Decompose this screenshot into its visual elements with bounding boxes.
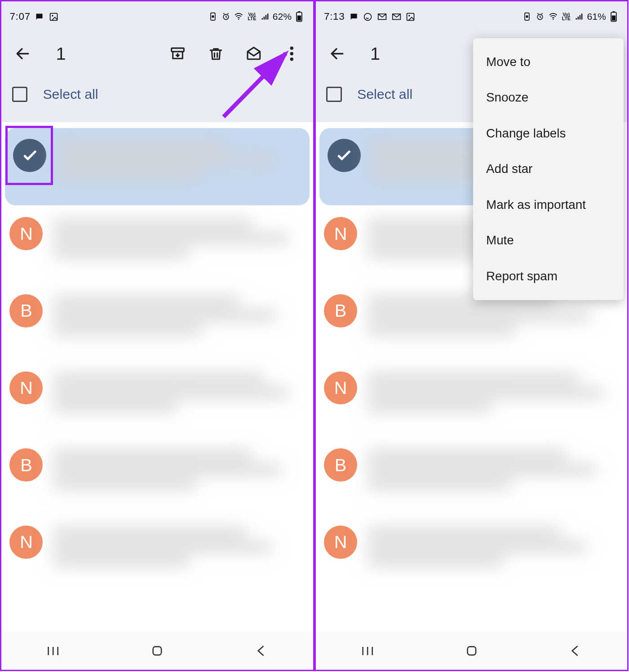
screenshot-right: 7:13 Vo)LTE 61% 1 Select all — [314, 0, 629, 671]
image-icon — [405, 11, 416, 22]
archive-button[interactable] — [167, 43, 189, 64]
whatsapp-icon — [363, 11, 373, 22]
svg-point-10 — [290, 46, 293, 49]
avatar[interactable]: N — [324, 217, 357, 250]
dnd-icon — [522, 11, 532, 22]
svg-rect-9 — [172, 48, 184, 52]
svg-point-24 — [553, 19, 554, 20]
email-row[interactable]: B — [1, 283, 313, 361]
email-preview — [52, 369, 302, 416]
email-row[interactable]: B — [316, 438, 628, 515]
recents-button[interactable] — [356, 642, 380, 660]
home-button[interactable] — [145, 642, 169, 660]
email-preview — [52, 446, 302, 494]
email-preview — [52, 292, 302, 340]
battery-icon — [294, 11, 305, 22]
nav-back-button[interactable] — [249, 642, 273, 660]
status-bar: 7:07 Vo)LTE 62% — [1, 1, 313, 32]
svg-rect-27 — [612, 16, 616, 21]
avatar[interactable]: N — [9, 526, 43, 559]
svg-point-12 — [290, 57, 293, 61]
avatar[interactable]: N — [324, 526, 357, 559]
svg-point-11 — [290, 52, 293, 55]
volte-icon: Vo)LTE — [561, 11, 571, 22]
avatar[interactable]: B — [324, 448, 357, 482]
svg-point-20 — [408, 15, 410, 17]
menu-add-star[interactable]: Add star — [473, 151, 624, 187]
select-all-label: Select all — [43, 87, 98, 102]
selection-count: 1 — [370, 44, 380, 64]
android-navbar — [1, 632, 313, 670]
volte-icon: Vo)LTE — [247, 11, 257, 22]
nav-back-button[interactable] — [563, 642, 587, 660]
email-list: N B N B N — [1, 122, 313, 592]
svg-rect-7 — [298, 11, 301, 12]
signal-icon — [260, 11, 270, 22]
wifi-icon — [548, 11, 558, 22]
alarm-icon — [221, 11, 231, 22]
select-all-checkbox[interactable] — [12, 87, 27, 102]
recents-button[interactable] — [41, 642, 65, 660]
email-row[interactable]: N — [1, 361, 313, 438]
menu-change-labels[interactable]: Change labels — [473, 115, 624, 151]
email-row[interactable]: N — [316, 515, 628, 592]
alarm-icon — [535, 11, 545, 22]
annotation-highlight — [5, 126, 53, 185]
selection-count: 1 — [56, 44, 66, 64]
email-preview — [367, 446, 616, 494]
battery-text: 62% — [273, 11, 292, 22]
menu-snooze[interactable]: Snooze — [473, 80, 624, 116]
menu-move-to[interactable]: Move to — [473, 44, 624, 80]
back-button[interactable] — [12, 43, 34, 64]
email-preview — [52, 523, 302, 570]
selected-avatar-icon[interactable] — [328, 139, 361, 172]
chat-icon — [34, 11, 45, 22]
svg-rect-26 — [612, 11, 615, 12]
email-preview — [52, 215, 302, 262]
menu-report-spam[interactable]: Report spam — [473, 258, 624, 294]
screenshot-left: 7:07 Vo)LTE 62% 1 — [0, 0, 314, 671]
delete-button[interactable] — [205, 43, 226, 64]
avatar[interactable]: B — [9, 448, 43, 482]
svg-point-18 — [364, 13, 372, 20]
status-time: 7:13 — [324, 11, 345, 22]
gmail-icon — [391, 11, 402, 22]
dnd-icon — [208, 11, 218, 22]
image-icon — [48, 11, 59, 22]
mark-read-button[interactable] — [243, 43, 265, 64]
svg-rect-22 — [526, 16, 528, 18]
svg-rect-0 — [50, 13, 57, 20]
svg-point-5 — [238, 19, 239, 20]
email-preview — [367, 523, 616, 570]
email-preview — [56, 137, 299, 184]
svg-rect-32 — [467, 647, 475, 655]
avatar[interactable]: N — [9, 371, 43, 405]
svg-rect-19 — [407, 13, 414, 20]
home-button[interactable] — [460, 642, 483, 660]
email-row[interactable]: B — [1, 438, 313, 515]
email-preview — [367, 369, 616, 416]
battery-text: 61% — [587, 11, 606, 22]
avatar[interactable]: B — [9, 294, 43, 327]
battery-icon — [608, 11, 619, 22]
select-all-label: Select all — [357, 87, 412, 102]
svg-rect-8 — [297, 16, 301, 21]
chat-icon — [348, 11, 359, 22]
select-all-checkbox[interactable] — [326, 87, 341, 102]
status-bar: 7:13 Vo)LTE 61% — [316, 1, 628, 32]
avatar[interactable]: B — [324, 294, 357, 327]
email-row[interactable]: N — [316, 361, 628, 438]
select-all-row[interactable]: Select all — [1, 75, 313, 123]
signal-icon — [574, 11, 585, 22]
avatar[interactable]: N — [9, 217, 43, 250]
avatar[interactable]: N — [324, 371, 357, 405]
email-row[interactable]: N — [1, 207, 313, 284]
wifi-icon — [234, 11, 244, 22]
more-button[interactable] — [281, 43, 302, 64]
back-button[interactable] — [326, 43, 348, 64]
selection-toolbar: 1 — [1, 32, 313, 75]
menu-mute[interactable]: Mute — [473, 223, 624, 259]
status-time: 7:07 — [9, 11, 30, 22]
menu-mark-important[interactable]: Mark as important — [473, 187, 624, 223]
email-row[interactable]: N — [1, 515, 313, 592]
